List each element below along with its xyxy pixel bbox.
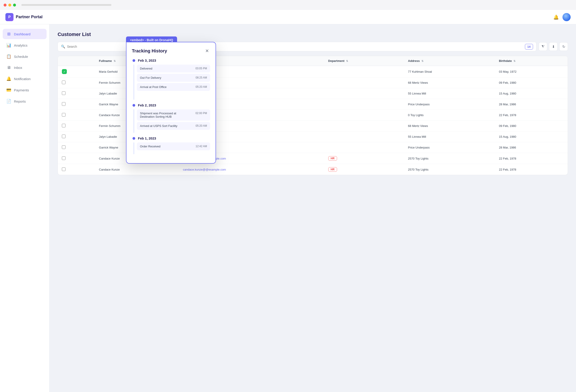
cell-birthdate: 09 Feb, 1980 [495,121,568,131]
cell-dept [324,121,404,131]
cell-email: garrickT... [179,142,324,153]
row-checkbox[interactable] [62,91,65,95]
table-row: Candace Kunze candace.kunze@@example.com… [58,164,568,175]
avatar[interactable] [563,13,571,21]
cell-address: Price Underpass [404,99,495,110]
checkbox-checked[interactable]: ✓ [62,69,67,74]
cell-birthdate: 22 Feb, 1978 [495,164,568,175]
app-body: ⊞ Dashboard 📊 Analytics 📋 Schedule 🖥 Inb… [0,24,576,392]
reports-icon: 📄 [6,99,11,104]
cell-fullname: Maria Gerhold [95,66,179,77]
cell-dept [324,88,404,99]
content-area: Customer List 🔍 14 ⧨ ⬇ ↻ Ful [50,24,576,392]
cell-address: Price Underpass [404,142,495,153]
cell-email: fermin.s... [179,121,324,131]
cell-fullname: Fermin Schumm [95,77,179,88]
cell-address: 55 Linnea Mill [404,88,495,99]
table-row: Candace Kunze candace.kunze@@example.com… [58,153,568,164]
cell-birthdate: 28 Mar, 1986 [495,99,568,110]
app-title: Partner Portal [16,15,43,19]
cell-fullname: Jalyn Labadie [95,88,179,99]
cell-birthdate: 03 May, 1972 [495,66,568,77]
row-checkbox[interactable] [62,135,65,138]
cell-dept [324,142,404,153]
dept-badge: HR [328,156,337,161]
bell-icon[interactable]: 🔔 [553,14,559,20]
notification-icon: 🔔 [6,76,11,81]
cell-address: 68 Mertz Views [404,121,495,131]
filter-button[interactable]: ⧨ [539,42,547,51]
page-title: Customer List [58,31,568,37]
search-input[interactable] [67,45,525,48]
row-checkbox[interactable] [62,102,65,106]
titlebar-bar [21,4,111,6]
cell-address: 68 Mertz Views [404,77,495,88]
sidebar-item-analytics[interactable]: 📊 Analytics [3,40,47,50]
cell-dept: HR [324,153,404,164]
sidebar: ⊞ Dashboard 📊 Analytics 📋 Schedule 🖥 Inb… [0,24,50,392]
sidebar-label-reports: Reports [14,99,26,103]
dot-yellow[interactable] [8,4,11,6]
customer-table: Fullname ⇅ Email ⇅ Department ⇅ Addres [58,56,568,175]
titlebar [0,0,576,10]
col-address[interactable]: Address ⇅ [404,56,495,66]
logo-icon: P [5,13,13,21]
col-fullname[interactable]: Fullname ⇅ [95,56,179,66]
schedule-icon: 📋 [6,54,11,59]
search-icon: 🔍 [61,45,65,49]
app-logo: P Partner Portal [5,13,553,21]
analytics-icon: 📊 [6,43,11,48]
cell-address: 55 Linnea Mill [404,131,495,142]
cell-email: candace.kunze@@example.com [179,153,324,164]
dot-red[interactable] [4,4,6,6]
cell-fullname: Candace Kunze [95,164,179,175]
table-row: Jalyn Labadie Jalyn.la... 55 Linnea Mill… [58,131,568,142]
sidebar-item-schedule[interactable]: 📋 Schedule [3,51,47,62]
row-checkbox[interactable] [62,113,65,117]
cell-fullname: Candace Kunze [95,153,179,164]
header-right: 🔔 [553,13,571,21]
cell-birthdate: 15 Aug, 1980 [495,88,568,99]
col-department[interactable]: Department ⇅ [324,56,404,66]
cell-fullname: Fermin Schumm [95,121,179,131]
row-checkbox[interactable] [62,156,65,160]
app-header: P Partner Portal 🔔 [0,10,576,24]
row-checkbox[interactable] [62,145,65,149]
cell-email: fermin.s... [179,77,324,88]
sidebar-label-schedule: Schedule [14,55,28,59]
sort-icon-address: ⇅ [421,60,424,62]
cell-birthdate: 09 Feb, 1980 [495,77,568,88]
sidebar-item-reports[interactable]: 📄 Reports [3,96,47,106]
row-checkbox[interactable] [62,167,65,171]
sidebar-label-inbox: Inbox [14,66,22,69]
cell-email: maria8... [179,66,324,77]
table-row: Fermin Schumm fermin.s... 68 Mertz Views… [58,77,568,88]
cell-dept [324,99,404,110]
sidebar-item-notification[interactable]: 🔔 Notification [3,74,47,84]
table-row: Fermin Schumm fermin.s... 68 Mertz Views… [58,121,568,131]
dot-green[interactable] [13,4,16,6]
row-checkbox[interactable] [62,124,65,127]
dashboard-icon: ⊞ [6,31,11,36]
col-birthdate[interactable]: Birthdate ⇅ [495,56,568,66]
search-actions: ⧨ ⬇ ↻ [539,42,568,51]
cell-email: Jalyn.la... [179,131,324,142]
cell-email: candac... [179,110,324,121]
refresh-button[interactable]: ↻ [559,42,568,51]
cell-email: Jalyn.la... [179,88,324,99]
col-email[interactable]: Email ⇅ [179,56,324,66]
row-checkbox[interactable] [62,81,65,84]
cell-fullname: Garrick Wayne [95,99,179,110]
cell-dept [324,66,404,77]
download-button[interactable]: ⬇ [549,42,558,51]
sidebar-item-payments[interactable]: 💳 Payments [3,85,47,95]
cell-address: 2570 Toy Lights [404,153,495,164]
dept-badge: HR [328,167,337,172]
cell-email: garrickT... [179,99,324,110]
sidebar-item-dashboard[interactable]: ⊞ Dashboard [3,29,47,39]
search-bar: 🔍 14 ⧨ ⬇ ↻ [58,42,568,51]
cell-fullname: Candace Kunze [95,110,179,121]
sidebar-item-inbox[interactable]: 🖥 Inbox [3,62,47,73]
cell-address: 77 Kuhlman Shoal [404,66,495,77]
cell-fullname: Jalyn Labadie [95,131,179,142]
